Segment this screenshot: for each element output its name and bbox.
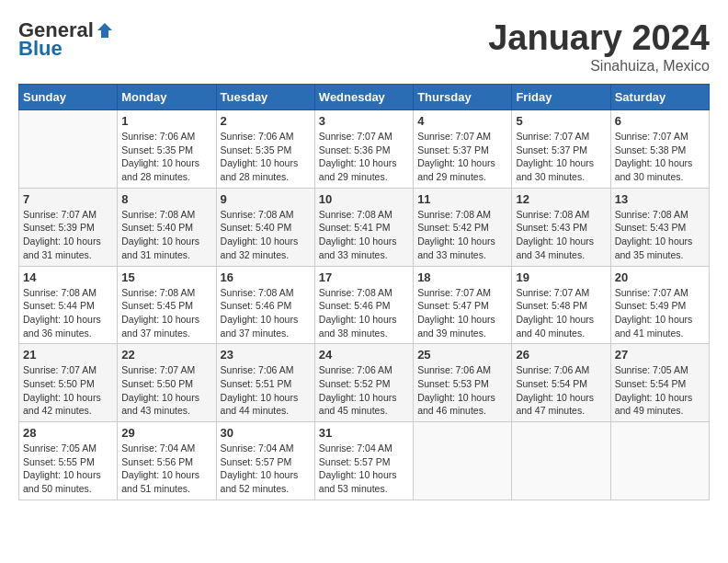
calendar-table: SundayMondayTuesdayWednesdayThursdayFrid…	[18, 84, 710, 500]
day-detail: Sunrise: 7:08 AMSunset: 5:44 PMDaylight:…	[23, 286, 113, 340]
day-detail: Sunrise: 7:07 AMSunset: 5:49 PMDaylight:…	[615, 286, 705, 340]
calendar-day-cell: 25Sunrise: 7:06 AMSunset: 5:53 PMDayligh…	[414, 344, 512, 422]
day-number: 20	[615, 270, 705, 284]
day-detail: Sunrise: 7:08 AMSunset: 5:40 PMDaylight:…	[121, 208, 211, 262]
logo: General Blue	[18, 18, 114, 61]
day-number: 22	[121, 348, 211, 362]
day-number: 27	[615, 348, 705, 362]
calendar-day-cell: 26Sunrise: 7:06 AMSunset: 5:54 PMDayligh…	[512, 344, 610, 422]
column-header-sunday: Sunday	[19, 85, 118, 110]
day-number: 15	[121, 270, 211, 284]
calendar-day-cell	[512, 422, 610, 500]
day-detail: Sunrise: 7:05 AMSunset: 5:54 PMDaylight:…	[615, 363, 705, 418]
day-number: 10	[319, 192, 409, 206]
day-number: 7	[23, 192, 113, 206]
calendar-day-cell	[414, 422, 512, 500]
day-number: 5	[516, 114, 606, 128]
day-number: 31	[319, 426, 409, 440]
day-detail: Sunrise: 7:07 AMSunset: 5:39 PMDaylight:…	[23, 208, 113, 262]
day-number: 13	[615, 192, 705, 206]
calendar-day-cell: 3Sunrise: 7:07 AMSunset: 5:36 PMDaylight…	[314, 110, 413, 189]
day-detail: Sunrise: 7:07 AMSunset: 5:47 PMDaylight:…	[417, 286, 507, 340]
column-header-tuesday: Tuesday	[216, 85, 314, 110]
calendar-day-cell: 30Sunrise: 7:04 AMSunset: 5:57 PMDayligh…	[216, 422, 314, 500]
calendar-header-row: SundayMondayTuesdayWednesdayThursdayFrid…	[19, 85, 710, 110]
day-number: 30	[221, 426, 311, 440]
calendar-day-cell: 6Sunrise: 7:07 AMSunset: 5:38 PMDaylight…	[610, 110, 709, 189]
day-number: 6	[615, 114, 705, 128]
calendar-day-cell	[19, 110, 118, 189]
day-number: 8	[121, 192, 211, 206]
day-number: 17	[319, 270, 409, 284]
day-number: 9	[221, 192, 311, 206]
month-year-title: January 2024	[488, 18, 710, 58]
calendar-day-cell: 9Sunrise: 7:08 AMSunset: 5:40 PMDaylight…	[216, 188, 314, 266]
day-detail: Sunrise: 7:04 AMSunset: 5:57 PMDaylight:…	[319, 442, 409, 496]
column-header-friday: Friday	[512, 85, 610, 110]
calendar-day-cell: 28Sunrise: 7:05 AMSunset: 5:55 PMDayligh…	[19, 422, 118, 500]
day-number: 14	[23, 270, 113, 284]
day-detail: Sunrise: 7:07 AMSunset: 5:50 PMDaylight:…	[121, 363, 211, 418]
calendar-day-cell: 22Sunrise: 7:07 AMSunset: 5:50 PMDayligh…	[118, 344, 216, 422]
calendar-day-cell: 12Sunrise: 7:08 AMSunset: 5:43 PMDayligh…	[512, 188, 610, 266]
logo-blue-text: Blue	[18, 37, 63, 61]
logo-icon	[96, 21, 114, 40]
calendar-day-cell: 13Sunrise: 7:08 AMSunset: 5:43 PMDayligh…	[610, 188, 709, 266]
calendar-day-cell: 24Sunrise: 7:06 AMSunset: 5:52 PMDayligh…	[314, 344, 413, 422]
column-header-monday: Monday	[118, 85, 216, 110]
calendar-day-cell: 11Sunrise: 7:08 AMSunset: 5:42 PMDayligh…	[414, 188, 512, 266]
calendar-week-row: 21Sunrise: 7:07 AMSunset: 5:50 PMDayligh…	[19, 344, 710, 422]
day-number: 26	[516, 348, 606, 362]
calendar-day-cell: 15Sunrise: 7:08 AMSunset: 5:45 PMDayligh…	[118, 266, 216, 344]
page-header: General Blue January 2024 Sinahuiza, Mex…	[18, 18, 710, 75]
calendar-day-cell: 4Sunrise: 7:07 AMSunset: 5:37 PMDaylight…	[414, 110, 512, 189]
day-detail: Sunrise: 7:06 AMSunset: 5:53 PMDaylight:…	[417, 363, 507, 418]
day-number: 11	[417, 192, 507, 206]
calendar-day-cell: 5Sunrise: 7:07 AMSunset: 5:37 PMDaylight…	[512, 110, 610, 189]
calendar-week-row: 14Sunrise: 7:08 AMSunset: 5:44 PMDayligh…	[19, 266, 710, 344]
calendar-week-row: 7Sunrise: 7:07 AMSunset: 5:39 PMDaylight…	[19, 188, 710, 266]
day-number: 18	[417, 270, 507, 284]
calendar-week-row: 1Sunrise: 7:06 AMSunset: 5:35 PMDaylight…	[19, 110, 710, 189]
calendar-week-row: 28Sunrise: 7:05 AMSunset: 5:55 PMDayligh…	[19, 422, 710, 500]
column-header-wednesday: Wednesday	[314, 85, 413, 110]
calendar-day-cell: 17Sunrise: 7:08 AMSunset: 5:46 PMDayligh…	[314, 266, 413, 344]
day-number: 24	[319, 348, 409, 362]
day-detail: Sunrise: 7:08 AMSunset: 5:46 PMDaylight:…	[319, 286, 409, 340]
day-detail: Sunrise: 7:08 AMSunset: 5:43 PMDaylight:…	[615, 208, 705, 262]
day-number: 21	[23, 348, 113, 362]
day-detail: Sunrise: 7:07 AMSunset: 5:48 PMDaylight:…	[516, 286, 606, 340]
title-section: January 2024 Sinahuiza, Mexico	[488, 18, 710, 75]
day-detail: Sunrise: 7:04 AMSunset: 5:57 PMDaylight:…	[221, 442, 311, 496]
day-detail: Sunrise: 7:08 AMSunset: 5:40 PMDaylight:…	[221, 208, 311, 262]
day-detail: Sunrise: 7:06 AMSunset: 5:54 PMDaylight:…	[516, 363, 606, 418]
day-number: 29	[121, 426, 211, 440]
svg-marker-0	[97, 23, 112, 38]
column-header-thursday: Thursday	[414, 85, 512, 110]
calendar-day-cell: 19Sunrise: 7:07 AMSunset: 5:48 PMDayligh…	[512, 266, 610, 344]
day-detail: Sunrise: 7:05 AMSunset: 5:55 PMDaylight:…	[23, 442, 113, 496]
day-detail: Sunrise: 7:04 AMSunset: 5:56 PMDaylight:…	[121, 442, 211, 496]
day-detail: Sunrise: 7:07 AMSunset: 5:38 PMDaylight:…	[615, 130, 705, 184]
day-detail: Sunrise: 7:07 AMSunset: 5:50 PMDaylight:…	[23, 363, 113, 418]
calendar-day-cell: 7Sunrise: 7:07 AMSunset: 5:39 PMDaylight…	[19, 188, 118, 266]
calendar-day-cell: 31Sunrise: 7:04 AMSunset: 5:57 PMDayligh…	[314, 422, 413, 500]
calendar-day-cell: 20Sunrise: 7:07 AMSunset: 5:49 PMDayligh…	[610, 266, 709, 344]
calendar-day-cell: 1Sunrise: 7:06 AMSunset: 5:35 PMDaylight…	[118, 110, 216, 189]
day-detail: Sunrise: 7:08 AMSunset: 5:43 PMDaylight:…	[516, 208, 606, 262]
day-number: 3	[319, 114, 409, 128]
day-detail: Sunrise: 7:06 AMSunset: 5:51 PMDaylight:…	[221, 363, 311, 418]
day-detail: Sunrise: 7:08 AMSunset: 5:45 PMDaylight:…	[121, 286, 211, 340]
day-detail: Sunrise: 7:07 AMSunset: 5:37 PMDaylight:…	[417, 130, 507, 184]
location-subtitle: Sinahuiza, Mexico	[488, 58, 710, 75]
day-detail: Sunrise: 7:08 AMSunset: 5:46 PMDaylight:…	[221, 286, 311, 340]
day-number: 25	[417, 348, 507, 362]
day-number: 4	[417, 114, 507, 128]
day-number: 2	[221, 114, 311, 128]
day-detail: Sunrise: 7:06 AMSunset: 5:35 PMDaylight:…	[121, 130, 211, 184]
day-detail: Sunrise: 7:07 AMSunset: 5:37 PMDaylight:…	[516, 130, 606, 184]
day-number: 23	[221, 348, 311, 362]
calendar-day-cell: 10Sunrise: 7:08 AMSunset: 5:41 PMDayligh…	[314, 188, 413, 266]
calendar-day-cell	[610, 422, 709, 500]
calendar-day-cell: 8Sunrise: 7:08 AMSunset: 5:40 PMDaylight…	[118, 188, 216, 266]
